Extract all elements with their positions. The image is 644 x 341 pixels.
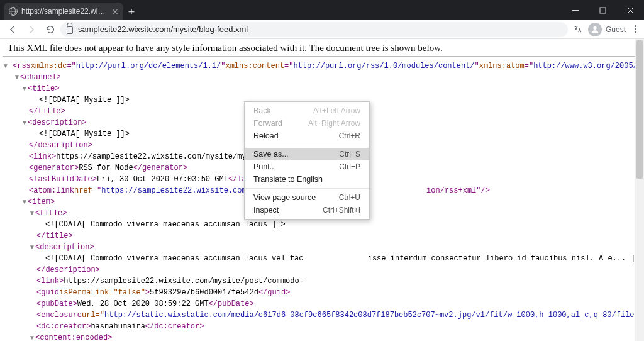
guest-label: Guest: [606, 25, 626, 34]
ctx-forward[interactable]: ForwardAlt+Right Arrow: [245, 117, 369, 130]
tab-title: https://samplesite22.wixsite.com: [21, 7, 108, 16]
url-text: samplesite22.wixsite.com/mysite/blog-fee…: [78, 25, 248, 34]
minimize-button[interactable]: [561, 0, 589, 20]
toggle-icon[interactable]: ▼: [14, 72, 20, 83]
toggle-icon[interactable]: ▼: [29, 208, 35, 219]
toggle-icon[interactable]: ▼: [29, 242, 35, 253]
ctx-inspect[interactable]: InspectCtrl+Shift+I: [245, 204, 369, 216]
svg-rect-0: [600, 8, 606, 13]
maximize-button[interactable]: [589, 0, 616, 20]
profile-avatar[interactable]: [588, 23, 602, 36]
browser-menu-button[interactable]: [631, 25, 640, 33]
ctx-view-source[interactable]: View page sourceCtrl+U: [245, 191, 369, 204]
address-bar: samplesite22.wixsite.com/mysite/blog-fee…: [0, 20, 644, 39]
close-window-button[interactable]: [616, 0, 644, 20]
toggle-icon[interactable]: ▼: [29, 332, 35, 341]
ctx-reload[interactable]: ReloadCtrl+R: [245, 130, 369, 142]
forward-button[interactable]: [23, 21, 40, 38]
toggle-icon[interactable]: ▼: [21, 117, 28, 128]
browser-tab-bar: https://samplesite22.wixsite.com +: [0, 0, 644, 20]
back-button[interactable]: [4, 21, 21, 38]
close-tab-icon[interactable]: [112, 8, 118, 14]
vertical-scrollbar[interactable]: [635, 39, 644, 341]
ctx-separator: [245, 188, 369, 189]
browser-tab[interactable]: https://samplesite22.wixsite.com: [4, 3, 123, 20]
url-box[interactable]: samplesite22.wixsite.com/mysite/blog-fee…: [60, 22, 568, 37]
translate-icon[interactable]: [569, 21, 587, 38]
toggle-icon[interactable]: ▼: [21, 83, 28, 94]
ctx-save-as[interactable]: Save as...Ctrl+S: [245, 148, 369, 160]
toggle-icon[interactable]: ▼: [3, 60, 9, 72]
ctx-print[interactable]: Print...Ctrl+P: [245, 160, 369, 173]
xml-message-bar: This XML file does not appear to have an…: [3, 39, 641, 57]
lock-icon: [67, 26, 73, 34]
ctx-translate[interactable]: Translate to English: [245, 173, 369, 186]
globe-icon: [9, 7, 18, 16]
reload-button[interactable]: [42, 21, 59, 38]
new-tab-button[interactable]: +: [123, 4, 140, 20]
ctx-back[interactable]: BackAlt+Left Arrow: [245, 104, 369, 117]
svg-point-1: [593, 26, 596, 29]
toggle-icon[interactable]: ▼: [21, 196, 28, 208]
ctx-separator: [245, 145, 369, 145]
scrollbar-thumb[interactable]: [636, 40, 643, 179]
context-menu: BackAlt+Left Arrow ForwardAlt+Right Arro…: [244, 101, 370, 220]
window-controls: [561, 0, 644, 20]
